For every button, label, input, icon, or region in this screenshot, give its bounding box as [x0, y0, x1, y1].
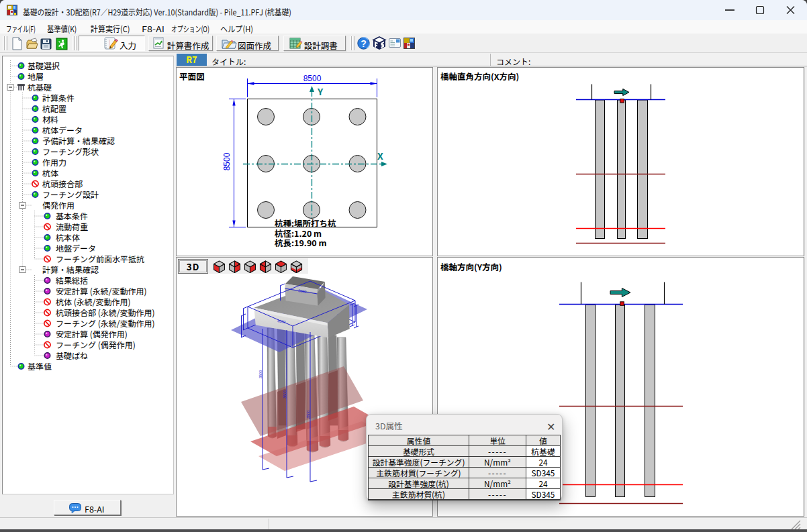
svg-text:3500: 3500 [258, 370, 263, 378]
svg-text:3500: 3500 [283, 390, 287, 398]
svg-text:8500: 8500 [303, 74, 322, 83]
svg-text:3500: 3500 [306, 411, 310, 419]
svg-text:8500: 8500 [222, 152, 232, 170]
svg-text:X: X [377, 149, 383, 162]
svg-text:Y: Y [317, 85, 324, 98]
svg-text:杭長:19.90 m: 杭長:19.90 m [275, 236, 327, 249]
svg-text:?: ? [361, 38, 367, 49]
